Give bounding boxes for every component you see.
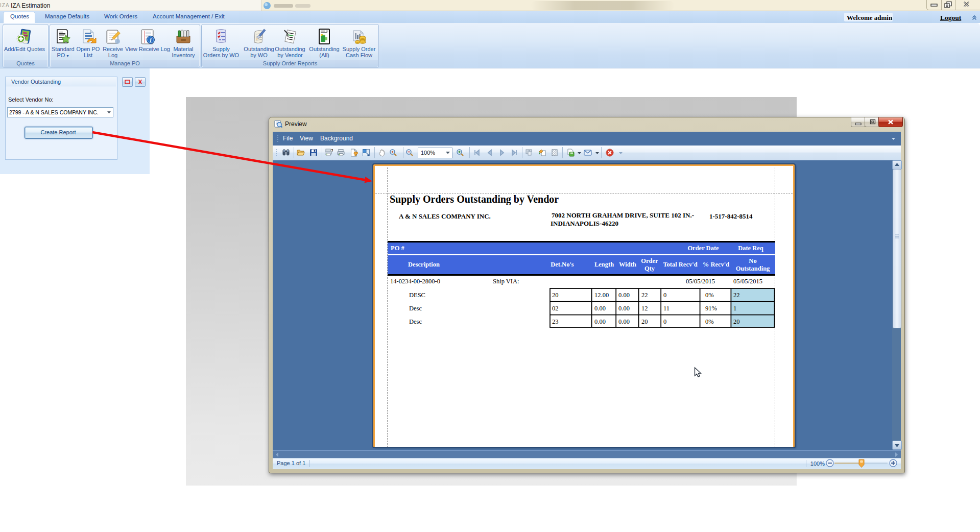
svg-text:X: X: [138, 79, 142, 86]
svg-text:?: ?: [331, 149, 333, 153]
